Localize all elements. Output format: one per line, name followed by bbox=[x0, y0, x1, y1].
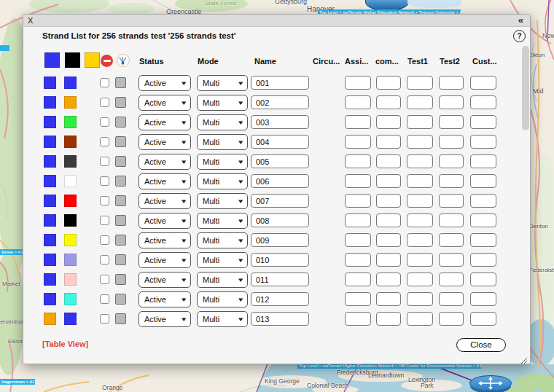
mode-select[interactable]: Multi ▾ bbox=[197, 291, 248, 307]
strand-name-input[interactable] bbox=[251, 312, 309, 326]
extra-field-input[interactable] bbox=[345, 233, 371, 247]
color-picker-button[interactable] bbox=[115, 176, 126, 187]
extra-field-input[interactable] bbox=[376, 174, 401, 188]
mode-select[interactable]: Multi ▾ bbox=[197, 134, 248, 150]
extra-field-input[interactable] bbox=[470, 115, 496, 129]
extra-field-input[interactable] bbox=[470, 76, 496, 90]
row-checkbox[interactable] bbox=[100, 216, 109, 225]
extra-field-input[interactable] bbox=[376, 154, 401, 168]
mode-select[interactable]: Multi ▾ bbox=[197, 173, 248, 189]
extra-field-input[interactable] bbox=[439, 312, 464, 326]
status-select[interactable]: Active ▾ bbox=[138, 114, 191, 130]
strand-name-input[interactable] bbox=[251, 115, 309, 129]
extra-field-input[interactable] bbox=[407, 292, 433, 306]
color-picker-button[interactable] bbox=[115, 156, 126, 167]
row-checkbox[interactable] bbox=[100, 255, 109, 264]
status-select[interactable]: Active ▾ bbox=[138, 95, 191, 111]
strand-name-input[interactable] bbox=[251, 174, 309, 188]
extra-field-input[interactable] bbox=[345, 154, 371, 168]
extra-field-input[interactable] bbox=[407, 273, 433, 286]
row-checkbox[interactable] bbox=[100, 157, 109, 166]
color-picker-button[interactable] bbox=[115, 235, 126, 246]
strand-name-input[interactable] bbox=[251, 76, 309, 90]
status-select[interactable]: Active ▾ bbox=[138, 311, 191, 327]
extra-field-input[interactable] bbox=[439, 253, 464, 267]
extra-field-input[interactable] bbox=[376, 194, 401, 208]
help-icon[interactable]: ? bbox=[513, 30, 526, 42]
strand-name-input[interactable] bbox=[251, 194, 309, 208]
row-checkbox[interactable] bbox=[100, 235, 109, 245]
extra-field-input[interactable] bbox=[376, 233, 401, 247]
status-select[interactable]: Active ▾ bbox=[138, 291, 191, 307]
extra-field-input[interactable] bbox=[407, 154, 433, 168]
extra-field-input[interactable] bbox=[439, 213, 464, 227]
color-picker-button[interactable] bbox=[115, 274, 126, 285]
extra-field-input[interactable] bbox=[439, 154, 464, 168]
extra-field-input[interactable] bbox=[376, 95, 401, 109]
extra-field-input[interactable] bbox=[345, 292, 371, 306]
extra-field-input[interactable] bbox=[470, 154, 496, 168]
extra-field-input[interactable] bbox=[407, 194, 433, 208]
extra-field-input[interactable] bbox=[345, 312, 371, 326]
legend-swatch[interactable] bbox=[65, 52, 80, 68]
extra-field-input[interactable] bbox=[470, 312, 496, 326]
close-x-icon[interactable]: X bbox=[28, 16, 33, 25]
color-picker-button[interactable] bbox=[115, 117, 126, 128]
close-button[interactable]: Close bbox=[456, 338, 506, 352]
row-checkbox[interactable] bbox=[100, 78, 109, 87]
extra-field-input[interactable] bbox=[439, 115, 464, 129]
strand-name-input[interactable] bbox=[251, 273, 309, 286]
mode-select[interactable]: Multi ▾ bbox=[197, 95, 248, 111]
legend-swatch[interactable] bbox=[44, 52, 60, 68]
status-select[interactable]: Active ▾ bbox=[138, 252, 191, 268]
extra-field-input[interactable] bbox=[407, 76, 433, 90]
extra-field-input[interactable] bbox=[407, 253, 433, 267]
map-breadcrumb-banner[interactable] bbox=[0, 45, 9, 51]
row-checkbox[interactable] bbox=[100, 294, 109, 304]
extra-field-input[interactable] bbox=[345, 95, 371, 109]
extra-field-input[interactable] bbox=[439, 292, 464, 306]
color-picker-button[interactable] bbox=[115, 254, 126, 265]
row-checkbox[interactable] bbox=[100, 314, 109, 324]
extra-field-input[interactable] bbox=[376, 213, 401, 227]
row-checkbox[interactable] bbox=[100, 137, 109, 146]
status-select[interactable]: Active ▾ bbox=[138, 272, 191, 288]
mode-select[interactable]: Multi ▾ bbox=[197, 232, 248, 248]
extra-field-input[interactable] bbox=[376, 135, 401, 149]
extra-field-input[interactable] bbox=[407, 135, 433, 149]
legend-swatch[interactable] bbox=[85, 52, 100, 68]
extra-field-input[interactable] bbox=[345, 76, 371, 90]
mode-select[interactable]: Multi ▾ bbox=[197, 311, 248, 327]
extra-field-input[interactable] bbox=[345, 174, 371, 188]
color-picker-button[interactable] bbox=[115, 294, 126, 305]
color-picker-button[interactable] bbox=[115, 215, 126, 226]
table-view-link[interactable]: [Table View] bbox=[42, 340, 88, 348]
extra-field-input[interactable] bbox=[439, 95, 464, 109]
extra-field-input[interactable] bbox=[407, 115, 433, 129]
color-picker-button[interactable] bbox=[115, 136, 126, 147]
mode-select[interactable]: Multi ▾ bbox=[197, 272, 248, 288]
extra-field-input[interactable] bbox=[376, 76, 401, 90]
extra-field-input[interactable] bbox=[439, 233, 464, 247]
mode-select[interactable]: Multi ▾ bbox=[197, 252, 248, 268]
mode-select[interactable]: Multi ▾ bbox=[197, 75, 248, 91]
extra-field-input[interactable] bbox=[439, 76, 464, 90]
strand-name-input[interactable] bbox=[251, 95, 309, 109]
extra-field-input[interactable] bbox=[470, 233, 496, 247]
map-breadcrumb-banner[interactable]: Hagerstown > A1 bbox=[0, 379, 35, 385]
strand-name-input[interactable] bbox=[251, 213, 309, 227]
scrollbar-thumb[interactable] bbox=[522, 46, 529, 130]
extra-field-input[interactable] bbox=[407, 174, 433, 188]
extra-field-input[interactable] bbox=[470, 292, 496, 306]
extra-field-input[interactable] bbox=[439, 194, 464, 208]
strand-name-input[interactable] bbox=[251, 233, 309, 247]
extra-field-input[interactable] bbox=[407, 312, 433, 326]
splitter-icon[interactable] bbox=[117, 54, 130, 67]
strand-name-input[interactable] bbox=[251, 292, 309, 306]
extra-field-input[interactable] bbox=[470, 95, 496, 109]
extra-field-input[interactable] bbox=[376, 273, 401, 286]
extra-field-input[interactable] bbox=[470, 174, 496, 188]
mode-select[interactable]: Multi ▾ bbox=[197, 193, 248, 209]
resize-handle-icon[interactable] bbox=[520, 354, 528, 361]
extra-field-input[interactable] bbox=[470, 194, 496, 208]
